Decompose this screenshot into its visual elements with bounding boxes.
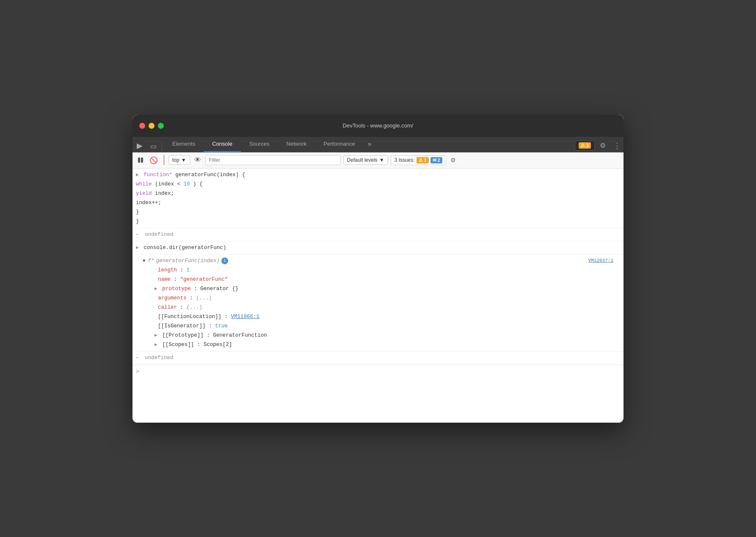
chevron-down-icon: ▼ [379,157,384,163]
eye-button[interactable]: 👁 [193,155,203,166]
tab-bar: ▶ ▭ Elements Console Sources Network Per… [132,137,624,152]
prop-prototype-row: ► prototype : Generator {} [132,284,624,293]
prop-arguments-row: arguments : (...) [132,293,624,303]
code-line-1: ► function* generatorFunc(index) { [132,170,624,180]
prop-length-row: length : 1 [132,266,624,275]
prop-caller-row: caller : (...) [132,303,624,312]
more-options-button[interactable]: ⋮ [611,139,624,152]
console-input[interactable] [142,369,620,375]
traffic-lights [139,123,164,129]
window-title: DevTools - www.google.com/ [343,122,414,129]
tab-performance[interactable]: Performance [315,137,363,152]
undefined-result-1: ← undefined [132,228,624,241]
issues-badge[interactable]: ⚠ 1 [575,141,595,150]
console-content: ► function* generatorFunc(index) { while… [132,169,624,423]
console-toolbar: 🚫 top ▼ 👁 Default levels ▼ 3 Issues: ⚠ 1… [132,152,624,169]
console-dir-row: ► console.dir(generatorFunc) [132,243,624,252]
chevron-down-icon: ▼ [181,157,186,163]
undefined-row-1: ← undefined [132,230,624,239]
result-arrow-2: ← [136,355,139,361]
toolbar-divider [162,142,162,152]
device-toolbar-button[interactable]: ▭ [148,141,159,152]
console-settings-button[interactable]: ⚙ [449,155,458,165]
prop-functionlocation-row: [[FunctionLocation]] : VM11966:1 [132,312,624,321]
console-input-row: > [132,365,624,379]
result-arrow: ← [136,232,139,238]
clear-console-button[interactable]: 🚫 [148,155,160,166]
tab-network[interactable]: Network [278,137,315,152]
toolbar-right: ⚠ 1 ⚙ ⋮ [575,139,624,152]
code-line-4: index++; [132,198,624,208]
func-obj-header: ▼ f* generatorFunc(index) i VM12037:1 [132,256,624,266]
expand-arrow-dir[interactable]: ► [136,245,139,250]
code-line-2: while (index < 10 ) { [132,180,624,189]
warn-count: ⚠ 1 [417,157,429,163]
code-line-6: } [132,217,624,226]
expand-prototype[interactable]: ► [155,286,157,291]
titlebar: DevTools - www.google.com/ [132,115,624,137]
prop-isgenerator-row: [[IsGenerator]] : true [132,321,624,331]
maximize-button[interactable] [158,123,164,129]
expand-arrow-obj[interactable]: ▼ [143,258,146,263]
minimize-button[interactable] [149,123,155,129]
prop-prototype2-row: ► [[Prototype]] : GeneratorFunction [132,331,624,340]
more-tabs-button[interactable]: » [364,137,376,152]
run-script-button[interactable] [136,155,145,165]
console-dir-block: ► console.dir(generatorFunc) [132,241,624,255]
close-button[interactable] [139,123,145,129]
inspect-element-button[interactable]: ▶ [134,139,145,152]
tab-console[interactable]: Console [204,137,241,152]
console-prompt: > [136,368,139,376]
warn-badge: ⚠ 1 [579,142,591,149]
svg-rect-0 [138,158,140,163]
console-toolbar-divider [164,155,164,165]
undefined-row-2: ← undefined [132,353,624,363]
tab-elements[interactable]: Elements [164,137,204,152]
code-line-5: } [132,208,624,217]
expand-scopes[interactable]: ► [155,342,157,347]
function-object-block: ▼ f* generatorFunc(index) i VM12037:1 le… [132,255,624,352]
info-count: ✉ 2 [430,157,442,163]
prop-name-row: name : "generatorFunc" [132,275,624,284]
expand-prototype2[interactable]: ► [155,333,157,338]
settings-button[interactable]: ⚙ [597,140,608,151]
code-block-function: ► function* generatorFunc(index) { while… [132,169,624,228]
devtools-window: DevTools - www.google.com/ ▶ ▭ Elements … [132,115,624,423]
vm-link-2[interactable]: VM11966:1 [231,314,260,320]
levels-dropdown[interactable]: Default levels ▼ [343,155,388,165]
tab-sources[interactable]: Sources [241,137,278,152]
vm-link-1[interactable]: VM12037:1 [588,257,620,265]
expand-arrow-func[interactable]: ► [136,172,139,177]
info-icon[interactable]: i [221,257,228,264]
prop-scopes-row: ► [[Scopes]] : Scopes[2] [132,340,624,349]
context-selector[interactable]: top ▼ [168,155,190,165]
undefined-result-2: ← undefined [132,352,624,365]
filter-input[interactable] [205,155,341,165]
code-line-3: yield index; [132,189,624,198]
issues-count-badge[interactable]: 3 Issues: ⚠ 1 ✉ 2 [391,155,446,165]
svg-rect-1 [141,158,143,163]
